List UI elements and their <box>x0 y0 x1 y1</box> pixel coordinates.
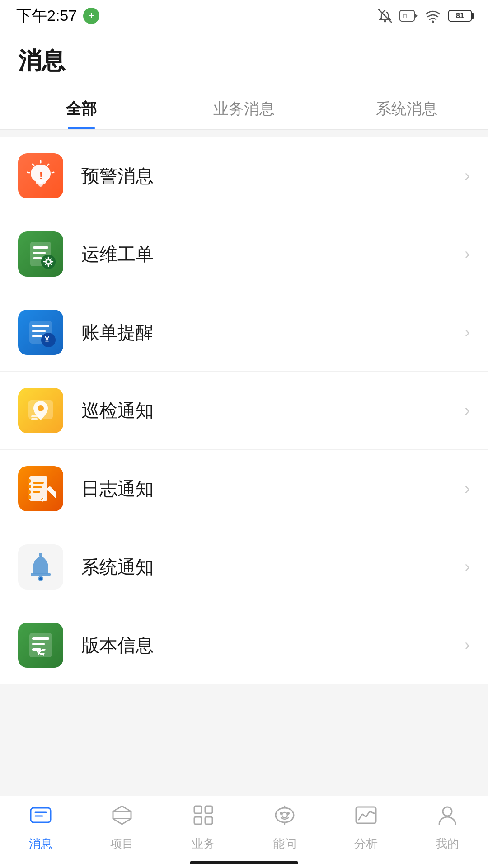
svg-text:□: □ <box>403 13 407 19</box>
svg-rect-56 <box>194 817 202 824</box>
header: 消息 <box>0 32 488 86</box>
project-nav-icon <box>110 803 134 832</box>
svg-point-59 <box>282 812 287 818</box>
svg-point-0 <box>384 20 386 23</box>
screen-record-icon: □ <box>399 10 418 22</box>
svg-point-6 <box>38 182 43 187</box>
list-item-bill[interactable]: ¥ 账单提醒 › <box>0 293 488 372</box>
status-icons: □ 81 <box>377 8 472 24</box>
message-nav-icon <box>29 803 52 832</box>
battery-icon: 81 <box>448 10 472 22</box>
tabs-container: 全部 业务消息 系统消息 <box>0 86 488 130</box>
svg-point-32 <box>28 485 31 488</box>
tab-business[interactable]: 业务消息 <box>163 86 325 129</box>
svg-point-31 <box>28 479 31 483</box>
ops-label: 运维工单 <box>81 242 154 267</box>
chevron-right-icon: › <box>465 166 470 185</box>
svg-rect-38 <box>47 486 56 500</box>
tab-system[interactable]: 系统消息 <box>325 86 488 129</box>
svg-rect-46 <box>32 637 49 640</box>
bill-icon: ¥ <box>18 310 63 355</box>
svg-point-34 <box>28 495 31 499</box>
svg-line-10 <box>33 164 34 165</box>
svg-rect-15 <box>33 252 46 254</box>
list-item-warning[interactable]: ! 预警消息 › <box>0 137 488 215</box>
version-icon <box>18 623 63 668</box>
svg-line-9 <box>52 172 54 173</box>
nav-label-analysis: 分析 <box>354 836 378 852</box>
svg-rect-36 <box>33 486 42 488</box>
svg-point-43 <box>39 553 42 557</box>
svg-line-8 <box>47 164 49 165</box>
svg-point-65 <box>443 807 452 816</box>
list-container: ! 预警消息 › <box>0 137 488 684</box>
ops-icon <box>18 231 63 277</box>
list-item-version[interactable]: 版本信息 › <box>0 606 488 684</box>
svg-point-19 <box>47 260 50 263</box>
chevron-right-icon: › <box>465 636 470 655</box>
svg-rect-41 <box>31 573 51 576</box>
nav-label-message: 消息 <box>29 836 52 852</box>
list-item-log[interactable]: 日志通知 › <box>0 450 488 528</box>
nav-label-project: 项目 <box>110 836 134 852</box>
nav-item-analysis[interactable]: 分析 <box>330 803 402 852</box>
bill-label: 账单提醒 <box>81 320 154 345</box>
svg-rect-35 <box>33 482 44 484</box>
chevron-right-icon: › <box>465 323 470 342</box>
svg-text:¥: ¥ <box>45 335 49 344</box>
version-label: 版本信息 <box>81 633 154 658</box>
nav-item-project[interactable]: 项目 <box>86 803 158 852</box>
analysis-nav-icon <box>354 803 378 832</box>
wifi-icon <box>424 9 442 23</box>
svg-rect-29 <box>31 418 38 420</box>
log-label: 日志通知 <box>81 476 154 501</box>
log-icon <box>18 466 63 511</box>
nav-item-mine[interactable]: 我的 <box>411 803 483 852</box>
svg-rect-28 <box>31 415 40 417</box>
notify-label: 系统通知 <box>81 555 154 580</box>
list-item-ops[interactable]: 运维工单 › <box>0 215 488 293</box>
mute-icon <box>377 8 393 24</box>
svg-rect-30 <box>29 476 47 501</box>
nav-item-business[interactable]: 业务 <box>167 803 239 852</box>
notify-icon <box>18 544 63 590</box>
svg-rect-57 <box>205 817 212 824</box>
status-bar: 下午2:57 + □ 81 <box>0 0 488 32</box>
page-title: 消息 <box>18 41 470 86</box>
bottom-nav: 消息 项目 业务 <box>0 796 488 868</box>
ai-nav-icon <box>273 803 296 832</box>
svg-rect-22 <box>32 330 46 332</box>
mine-nav-icon <box>436 803 459 832</box>
nav-item-message[interactable]: 消息 <box>5 803 77 852</box>
svg-point-27 <box>38 405 44 411</box>
patrol-icon <box>18 388 63 433</box>
list-item-notify[interactable]: 系统通知 › <box>0 528 488 606</box>
nav-item-ai[interactable]: 能问 <box>249 803 321 852</box>
svg-point-58 <box>276 808 294 822</box>
svg-rect-54 <box>194 806 202 813</box>
nav-label-ai: 能问 <box>273 836 296 852</box>
chevron-right-icon: › <box>465 557 470 576</box>
tab-all[interactable]: 全部 <box>0 86 163 129</box>
home-indicator <box>190 861 298 864</box>
patrol-label: 巡检通知 <box>81 398 154 423</box>
warning-label: 预警消息 <box>81 164 154 189</box>
list-item-patrol[interactable]: 巡检通知 › <box>0 372 488 450</box>
svg-point-44 <box>39 577 42 580</box>
nav-label-mine: 我的 <box>436 836 459 852</box>
status-time: 下午2:57 <box>16 5 77 26</box>
svg-rect-51 <box>31 808 51 822</box>
svg-text:!: ! <box>39 170 42 181</box>
svg-line-11 <box>28 172 29 173</box>
warning-icon: ! <box>18 153 63 198</box>
business-nav-icon <box>192 803 215 832</box>
chevron-right-icon: › <box>465 479 470 498</box>
svg-rect-55 <box>205 806 212 813</box>
chevron-right-icon: › <box>465 245 470 264</box>
green-dot-icon: + <box>83 8 99 24</box>
svg-rect-64 <box>356 807 376 823</box>
main-content: ! 预警消息 › <box>0 137 488 761</box>
svg-point-3 <box>432 21 434 23</box>
svg-point-60 <box>280 812 282 815</box>
svg-rect-21 <box>32 325 49 327</box>
